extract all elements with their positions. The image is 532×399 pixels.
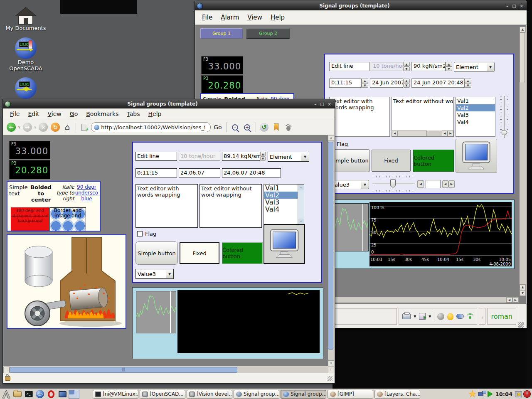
run-indicator-icon[interactable] — [488, 391, 493, 397]
task-button-gimp-layers[interactable]: [Layers, Cha... — [374, 390, 420, 399]
task-button-signal-web[interactable]: Signal group... — [281, 390, 326, 399]
time-field[interactable]: 0:11:15 — [135, 168, 177, 177]
minimize-button[interactable]: – — [506, 4, 508, 8]
reload-button[interactable]: ↻ — [50, 122, 61, 133]
spin-arrows[interactable]: ▲▼ — [465, 79, 471, 88]
value-combobox[interactable]: Value3 ▼ — [329, 180, 369, 189]
element-select[interactable]: Element ▼ — [268, 152, 309, 162]
list-item[interactable]: Val3 — [456, 111, 495, 118]
tab-group1[interactable]: Group 1 — [200, 28, 243, 39]
lock-screen-icon[interactable] — [515, 391, 522, 397]
datetime-spinbox[interactable]: 24 Jun 2007 20:48:01 — [411, 79, 465, 88]
folder-icon[interactable] — [12, 389, 22, 399]
task-button-signal-qt[interactable]: Signal group... — [234, 390, 279, 399]
forward-button[interactable]: → — [22, 122, 33, 133]
chevron-down-icon[interactable]: ▼ — [361, 183, 369, 187]
menu-file[interactable]: File — [198, 12, 216, 22]
mini-scrollbar[interactable]: ◀ ◀ ▶ — [417, 180, 455, 188]
value-listbox[interactable]: Val1 Val2 Val3 Val4 ∧ ∨ — [264, 184, 304, 225]
date-field[interactable]: 24.06.07 — [179, 168, 220, 177]
chevron-down-icon[interactable]: ▼ — [301, 155, 309, 159]
maximize-button[interactable]: □ — [512, 4, 516, 8]
task-button-vision[interactable]: [Vision devel... — [187, 390, 232, 399]
menu-help[interactable]: Help — [267, 12, 288, 22]
time-spinbox[interactable]: 0:11:15 — [329, 79, 362, 88]
history-button[interactable]: ↺ — [259, 122, 270, 133]
value-select[interactable]: Value3 ▼ — [135, 269, 174, 279]
wrapping-text-editor[interactable]: Text editor with words wrapping — [329, 97, 390, 137]
lamp-icon[interactable] — [447, 313, 453, 320]
list-item-selected[interactable]: Val2 — [456, 104, 495, 111]
scroll-field[interactable] — [426, 180, 441, 188]
vertical-slider[interactable] — [499, 96, 510, 138]
spin-arrows[interactable]: ▲▼ — [403, 62, 410, 71]
chevron-down-icon[interactable]: ▼ — [414, 315, 416, 318]
resize-grip[interactable] — [518, 322, 524, 328]
chevron-down-icon[interactable]: ▼ — [166, 272, 173, 276]
value-listbox[interactable]: Val1 Val2 Val3 Val4 — [456, 97, 495, 137]
front-window-titlebar[interactable]: Signal groups (template) – □ × — [3, 99, 335, 108]
maximize-button[interactable]: □ — [320, 102, 324, 106]
opera-icon[interactable] — [46, 389, 56, 399]
stop-button[interactable]: × — [38, 122, 49, 133]
pressure-spinbox[interactable]: 90 kgN/sm2 — [411, 62, 446, 71]
print-icon[interactable] — [402, 313, 411, 319]
datetime-field[interactable]: 24.06.07 20:48 — [222, 168, 281, 177]
task-button-terminal[interactable]: [ni@VMLinux:... — [93, 390, 138, 399]
flow-spinbox[interactable]: 10 tone/hour — [371, 62, 403, 71]
slider-handle[interactable] — [502, 130, 507, 135]
task-button-gimp[interactable]: [GIMP] — [328, 390, 373, 399]
zoom-out-button[interactable]: – — [230, 122, 241, 133]
vertical-scrollbar[interactable]: ∧ ∨ — [328, 135, 334, 366]
vertical-scrollbar[interactable]: ▲ ▲ ▼ — [520, 27, 526, 302]
list-item-selected[interactable]: Val2 — [264, 192, 298, 199]
back-history-chevron[interactable]: ∨ — [18, 125, 21, 129]
forward-history-chevron[interactable]: ∨ — [34, 125, 37, 129]
chevron-down-icon[interactable]: ▼ — [429, 315, 431, 318]
spin-arrows[interactable]: ▲▼ — [362, 79, 368, 88]
desktop-pager[interactable] — [69, 390, 79, 399]
slider-handle[interactable] — [390, 179, 396, 187]
fixed-button[interactable]: Fixed — [372, 150, 411, 172]
flag-checkbox[interactable] — [137, 231, 143, 236]
menu-help[interactable]: Help — [144, 109, 165, 118]
nowrap-text-editor[interactable]: Text editor without word wrapping ◀ ◀ ▶ — [392, 97, 454, 137]
resize-grip[interactable] — [328, 376, 332, 381]
sphere-indicator-icon[interactable] — [437, 313, 444, 320]
fixed-button[interactable]: Fixed — [180, 242, 219, 264]
url-input[interactable] — [101, 124, 205, 131]
list-item[interactable]: Val4 — [456, 118, 495, 126]
zoom-in-button[interactable]: + — [242, 122, 253, 133]
pin-icon[interactable] — [456, 314, 464, 319]
export-icon[interactable] — [419, 313, 426, 320]
menu-view[interactable]: View — [244, 12, 266, 22]
spin-arrows[interactable]: ▲▼ — [403, 79, 410, 88]
list-item[interactable]: Val1 — [264, 185, 298, 192]
menu-tabs[interactable]: Tabs — [123, 109, 143, 118]
edit-line-field[interactable]: Edit line — [135, 152, 177, 161]
launcher-menu-icon[interactable] — [1, 389, 11, 399]
chevron-down-icon[interactable]: ▼ — [487, 65, 494, 69]
globe-browser-icon[interactable] — [35, 389, 45, 399]
menu-file[interactable]: File — [6, 109, 23, 118]
close-button[interactable]: × — [328, 102, 331, 106]
tab-group2[interactable]: Group 2 — [246, 28, 290, 39]
network-monitor-icon[interactable] — [478, 391, 486, 397]
scrollbar-thumb[interactable] — [328, 142, 333, 350]
menu-edit[interactable]: Edit — [24, 109, 43, 118]
wifi-icon[interactable] — [467, 313, 473, 319]
list-item[interactable]: Val3 — [264, 199, 298, 206]
menu-go[interactable]: Go — [66, 109, 81, 118]
desktop-icon-my-documents[interactable]: My Documents — [0, 7, 52, 31]
list-scrollbar[interactable]: ∧ ∨ — [298, 185, 304, 224]
terminal-icon[interactable]: >_ — [24, 389, 34, 399]
list-item[interactable]: Val1 — [456, 97, 495, 104]
new-window-button[interactable]: + — [79, 122, 90, 133]
date-spinbox[interactable]: 24 Jun 2007 — [370, 79, 403, 88]
element-combobox[interactable]: Element ▼ — [454, 62, 495, 72]
colored-button[interactable]: Colored button — [222, 242, 263, 264]
colored-button[interactable]: Colored button — [413, 150, 454, 172]
pressure-spinbox[interactable]: 89.14 kgN/sm2 — [222, 152, 260, 161]
simple-button[interactable]: Simple button — [329, 149, 370, 172]
back-button[interactable]: ← — [6, 122, 17, 133]
